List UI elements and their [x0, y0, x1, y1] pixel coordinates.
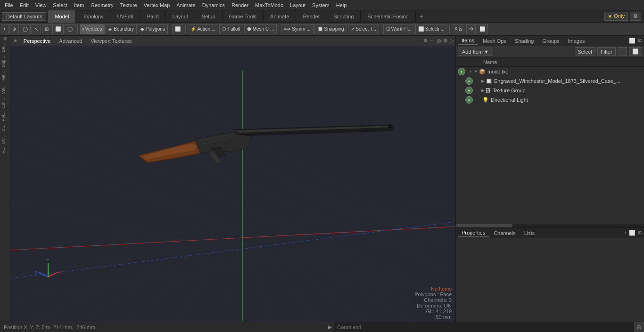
command-input[interactable] [334, 322, 634, 332]
viewport-canvas[interactable]: X Y Z No Items Polygons : Face Channels:… [10, 46, 455, 322]
viewport-tab-advanced[interactable]: Advanced [55, 37, 86, 45]
tool-select-t[interactable]: ↗ Select T... [348, 24, 380, 34]
tab-animate[interactable]: Animate [264, 10, 296, 23]
menu-view[interactable]: View [33, 1, 50, 9]
tool-mode[interactable]: ⬜ [172, 24, 183, 34]
tab-gametools[interactable]: Game Tools [223, 10, 264, 23]
layout-settings-button[interactable]: ⚙ [630, 12, 641, 21]
star-only-button[interactable]: ★ Only [604, 12, 628, 21]
tab-model[interactable]: Model [48, 10, 76, 23]
tool-selecti[interactable]: ⬜ Selecti ... [415, 24, 447, 34]
menu-edit[interactable]: Edit [17, 1, 32, 9]
tool-action[interactable]: ⚡ Action ... [188, 24, 218, 34]
item-eye-root[interactable]: ● [458, 68, 465, 75]
tab-schematic[interactable]: Schematic Fusion [361, 10, 415, 23]
tool-circle[interactable]: ◯ [20, 24, 31, 34]
sidebar-item-em[interactable]: Em... [0, 96, 10, 110]
tool-arrow[interactable]: ↖ [32, 24, 41, 34]
viewport-tab-textures[interactable]: Viewport Textures [87, 37, 135, 45]
viewport-icon-settings[interactable]: ⚙ [443, 38, 448, 44]
tool-crosshair[interactable]: ⊕ [9, 24, 19, 34]
item-arrow-texgrp[interactable]: ▶ [481, 88, 485, 93]
sidebar-item-ver[interactable]: Ver... [0, 82, 10, 96]
select-button[interactable]: Select [575, 47, 596, 56]
tab-images[interactable]: Images [564, 37, 589, 45]
item-eye-mesh[interactable]: ● [465, 77, 473, 85]
sidebar-item-f[interactable]: F... [0, 146, 10, 155]
tool-vertices[interactable]: ▪ Vertices [80, 24, 105, 34]
tool-kits[interactable]: Kits [452, 24, 465, 34]
tab-properties[interactable]: Properties [458, 229, 489, 237]
tool-snapping[interactable]: 🔲 Snapping [314, 24, 347, 34]
sidebar-item-dup[interactable]: Dup... [0, 54, 10, 69]
items-expand-btn[interactable]: ⬜ [629, 47, 642, 56]
tab-render[interactable]: Render [296, 10, 327, 23]
items-expand-icon[interactable]: ⬜ [629, 38, 636, 44]
item-row-mesh[interactable]: ● ▶ 🔲 Engraved_Winchester_Model_1873_Sil… [456, 76, 644, 86]
sidebar-item-uv[interactable]: UV... [0, 133, 10, 146]
items-scrollbar[interactable] [456, 224, 644, 227]
item-eye-light[interactable]: ● [465, 96, 473, 104]
tab-lists[interactable]: Lists [520, 229, 539, 237]
tool-workpl[interactable]: ⊡ Work Pl... [383, 24, 414, 34]
menu-help[interactable]: Help [333, 1, 350, 9]
tab-channels[interactable]: Channels [490, 229, 519, 237]
menu-maxtomodo[interactable]: MaxToModo [252, 1, 286, 9]
sidebar-item-de[interactable]: De... [0, 41, 10, 54]
item-plus-texgrp[interactable] [475, 87, 481, 94]
sidebar-item-me[interactable]: Me... [0, 69, 10, 82]
item-row-root[interactable]: ● + ▼ 📦 modo.lxo [456, 67, 644, 76]
tab-mesh-ops[interactable]: Mesh Ops [479, 37, 510, 45]
viewport-menu-btn[interactable]: ≡ [12, 37, 19, 44]
tool-mesh[interactable]: ⬢ Mesh C ... [244, 24, 277, 34]
items-minus-btn[interactable]: − [618, 47, 627, 56]
viewport-icon-zoom[interactable]: ◎ [437, 38, 441, 44]
tab-paint[interactable]: Paint [140, 10, 166, 23]
item-eye-texgrp[interactable]: ● [465, 87, 473, 94]
tool-rotate[interactable]: ⟲ [466, 24, 476, 34]
tool-symm[interactable]: ⟺ Symm ... [281, 24, 313, 34]
sidebar-item-c[interactable]: C... [0, 123, 10, 133]
item-plus-light[interactable] [475, 97, 481, 103]
add-item-button[interactable]: Add Item ▼ [458, 48, 493, 56]
tab-items[interactable]: Items [458, 37, 478, 45]
add-layout-tab[interactable]: + [416, 11, 427, 22]
tool-circle2[interactable]: ◯ [65, 24, 75, 34]
filter-button[interactable]: Filter [597, 47, 615, 56]
menu-select[interactable]: Select [50, 1, 70, 9]
menu-render[interactable]: Render [229, 1, 251, 9]
item-plus-root[interactable]: + [467, 68, 474, 75]
tool-polygons[interactable]: ◆ Polygons [138, 24, 168, 34]
items-settings-icon[interactable]: ⚙ [637, 38, 642, 44]
tab-scripting[interactable]: Scripting [327, 10, 361, 23]
tool-grid[interactable]: ⊞ [42, 24, 51, 34]
item-plus-mesh[interactable] [475, 78, 481, 84]
tab-topology[interactable]: Topology [76, 10, 110, 23]
menu-vertexmap[interactable]: Vertex Map [141, 1, 173, 9]
layout-dropdown[interactable]: Default Layouts [2, 12, 46, 21]
item-arrow-root[interactable]: ▼ [474, 69, 478, 74]
menu-item[interactable]: Item [71, 1, 87, 9]
command-search-btn[interactable]: ⊕ [634, 322, 644, 332]
menu-layout[interactable]: Layout [287, 1, 308, 9]
tool-fullscreen[interactable]: ⬜ [477, 24, 488, 34]
viewport-icon-play[interactable]: ▷ [450, 38, 454, 44]
menu-animate[interactable]: Animate [173, 1, 198, 9]
item-arrow-mesh[interactable]: ▶ [481, 79, 485, 83]
menu-texture[interactable]: Texture [117, 1, 140, 9]
tab-uvedit[interactable]: UVEdit [110, 10, 140, 23]
menu-geometry[interactable]: Geometry [88, 1, 116, 9]
menu-file[interactable]: File [2, 1, 16, 9]
viewport-tab-perspective[interactable]: Perspective [20, 37, 54, 45]
sidebar-item-pol[interactable]: Pol... [0, 110, 10, 123]
props-expand-icon[interactable]: ⬜ [629, 230, 636, 236]
item-row-light[interactable]: ● 💡 Directional Light [456, 95, 644, 105]
tool-square[interactable]: ⬜ [52, 24, 64, 34]
menu-dynamics[interactable]: Dynamics [199, 1, 228, 9]
tool-boundary[interactable]: ◈ Boundary [106, 24, 137, 34]
tab-shading[interactable]: Shading [511, 37, 537, 45]
tab-groups[interactable]: Groups [538, 37, 563, 45]
item-row-texgrp[interactable]: ● ▶ 🖼 Texture Group [456, 86, 644, 95]
props-add-tab[interactable]: + [624, 230, 627, 236]
tool-falloff[interactable]: ⬡ Falloff [219, 24, 243, 34]
